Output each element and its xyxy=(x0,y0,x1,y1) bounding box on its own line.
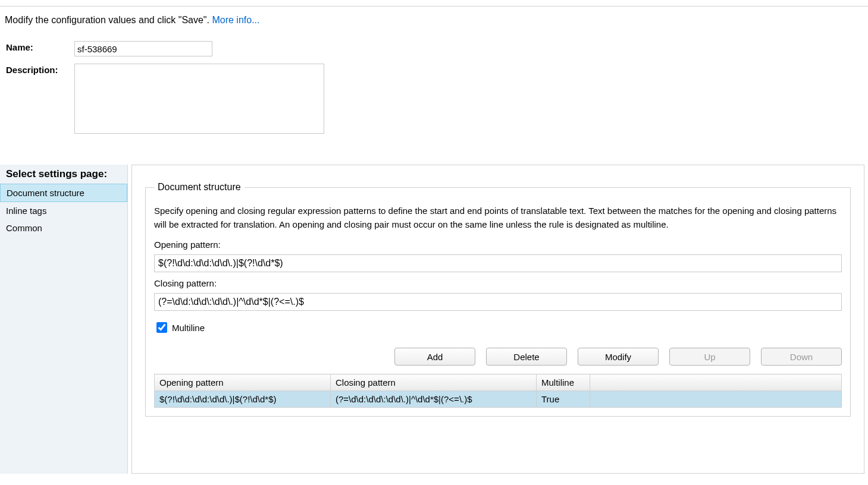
sidebar-item-inline-tags[interactable]: Inline tags xyxy=(0,202,127,219)
cell-multiline: True xyxy=(537,391,590,408)
th-blank xyxy=(590,374,842,391)
document-structure-group: Document structure Specify opening and c… xyxy=(145,182,851,417)
multiline-row: Multiline xyxy=(154,320,842,335)
group-legend: Document structure xyxy=(154,182,245,193)
cell-opening: $(?!\d\d:\d\d:\d\d\.)|$(?!\d\d*$) xyxy=(155,391,331,408)
th-closing[interactable]: Closing pattern xyxy=(331,374,537,391)
help-text: Specify opening and closing regular expr… xyxy=(154,204,842,231)
button-row: Add Delete Modify Up Down xyxy=(154,348,842,366)
instruction-bar: Modify the configuration values and clic… xyxy=(0,7,868,26)
add-button[interactable]: Add xyxy=(394,348,475,366)
sidebar-item-label: Inline tags xyxy=(6,206,46,216)
instruction-text: Modify the configuration values and clic… xyxy=(5,15,212,25)
closing-pattern-input[interactable] xyxy=(154,293,842,311)
modify-button[interactable]: Modify xyxy=(578,348,659,366)
multiline-label: Multiline xyxy=(172,323,205,333)
description-textarea[interactable] xyxy=(74,64,324,134)
opening-pattern-input[interactable] xyxy=(154,254,842,272)
content-pane: Document structure Specify opening and c… xyxy=(131,165,864,474)
sidebar-title: Select settings page: xyxy=(0,165,127,184)
delete-button[interactable]: Delete xyxy=(486,348,567,366)
opening-pattern-label: Opening pattern: xyxy=(154,240,842,250)
patterns-table[interactable]: Opening pattern Closing pattern Multilin… xyxy=(154,374,842,408)
main-area: Select settings page: Document structure… xyxy=(0,165,868,474)
up-button[interactable]: Up xyxy=(669,348,750,366)
cell-blank xyxy=(590,391,842,408)
th-opening[interactable]: Opening pattern xyxy=(155,374,331,391)
name-input[interactable] xyxy=(74,41,212,56)
name-label: Name: xyxy=(6,41,74,52)
description-row: Description: xyxy=(6,64,868,134)
th-multiline[interactable]: Multiline xyxy=(537,374,590,391)
name-row: Name: xyxy=(6,41,868,56)
sidebar-item-common[interactable]: Common xyxy=(0,219,127,237)
description-label: Description: xyxy=(6,64,74,75)
table-header-row: Opening pattern Closing pattern Multilin… xyxy=(155,374,842,391)
sidebar-item-document-structure[interactable]: Document structure xyxy=(0,184,127,202)
sidebar-item-label: Document structure xyxy=(7,188,84,198)
sidebar-item-label: Common xyxy=(6,223,42,233)
closing-pattern-label: Closing pattern: xyxy=(154,278,842,288)
multiline-checkbox[interactable] xyxy=(156,322,167,333)
sidebar: Select settings page: Document structure… xyxy=(0,165,128,474)
more-info-link[interactable]: More info... xyxy=(212,15,259,25)
cell-closing: (?=\d\d:\d\d\:\d\d\.)|^\d\d*$|(?<=\.)$ xyxy=(331,391,537,408)
table-row[interactable]: $(?!\d\d:\d\d:\d\d\.)|$(?!\d\d*$) (?=\d\… xyxy=(155,391,842,408)
down-button[interactable]: Down xyxy=(761,348,842,366)
